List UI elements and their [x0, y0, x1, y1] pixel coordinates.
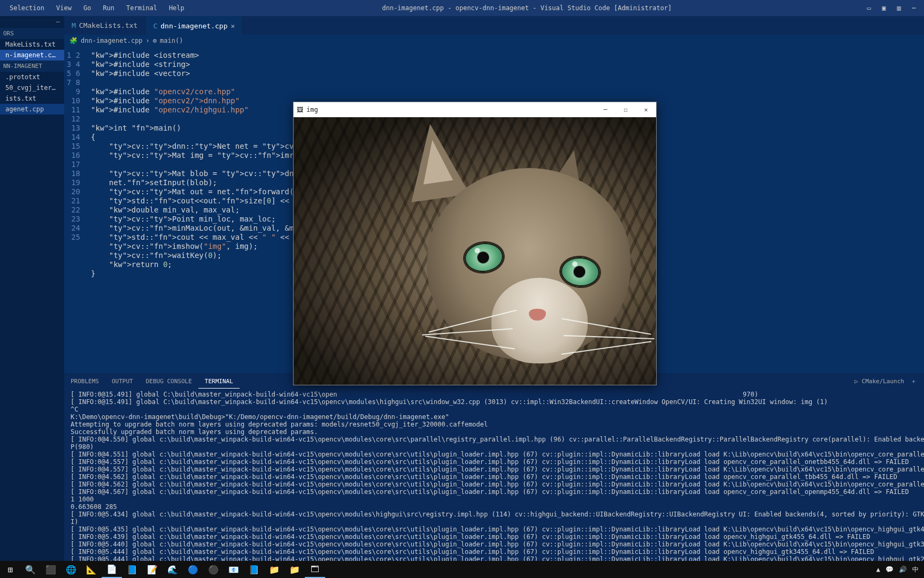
- image-window-title: img: [306, 106, 318, 113]
- tree-item[interactable]: ists.txt: [0, 93, 64, 104]
- opencv-image-window[interactable]: 🖼 img ─ ☐ ✕: [293, 102, 657, 385]
- maximize-button[interactable]: ☐: [615, 102, 636, 117]
- tree-item[interactable]: agenet.cpp: [0, 104, 64, 115]
- panel-tab-output[interactable]: OUTPUT: [105, 374, 140, 389]
- menu-help[interactable]: Help: [164, 2, 190, 14]
- editor-tab[interactable]: Cdnn-imagenet.cpp×: [145, 16, 243, 35]
- panel-tab-terminal[interactable]: TERMINAL: [198, 374, 240, 389]
- panel-icon[interactable]: ▣: [879, 4, 889, 12]
- windows-taskbar[interactable]: ⊞🔍⬛🌐📐📄📘📝🌊🔵⚫📧📘📁📁🗔 ▲💬🔊中: [0, 561, 924, 578]
- sidebar-icon[interactable]: ▥: [894, 4, 904, 12]
- menu-go[interactable]: Go: [78, 2, 96, 14]
- more-icon[interactable]: ⋯: [56, 18, 60, 26]
- menubar: SelectionViewGoRunTerminalHelp: [0, 2, 190, 14]
- cat-image: [294, 117, 656, 385]
- taskbar-app[interactable]: ⚫: [203, 561, 224, 578]
- tray-icon[interactable]: ▲: [876, 566, 880, 573]
- chevron-right-icon: ›: [146, 37, 150, 44]
- taskbar-app[interactable]: 🌊: [163, 561, 183, 578]
- titlebar[interactable]: SelectionViewGoRunTerminalHelp dnn-image…: [0, 0, 924, 16]
- breadcrumb-file[interactable]: dnn-imagenet.cpp: [81, 37, 143, 44]
- taskbar-app[interactable]: 🔍: [20, 561, 41, 578]
- system-tray[interactable]: ▲💬🔊中: [876, 565, 924, 574]
- taskbar-app[interactable]: 🔵: [183, 561, 203, 578]
- taskbar-app[interactable]: 📘: [244, 561, 264, 578]
- tab-label: dnn-imagenet.cpp: [160, 22, 227, 30]
- window-controls: ▭ ▣ ▥ ⋯: [864, 4, 924, 12]
- breadcrumb-file-icon: 🧩: [70, 37, 78, 44]
- minimize-button[interactable]: ─: [595, 102, 615, 117]
- tray-icon[interactable]: 💬: [886, 566, 894, 573]
- sidebar-section-header[interactable]: ORS: [0, 28, 64, 39]
- taskbar-app[interactable]: 🌐: [61, 561, 81, 578]
- taskbar-app[interactable]: 📁: [264, 561, 284, 578]
- tree-item[interactable]: 50_cvgj_iter_320000.caffe...: [0, 82, 64, 93]
- taskbar-app[interactable]: 📐: [81, 561, 102, 578]
- window-icon: 🖼: [297, 106, 303, 113]
- tab-bar: MCMakeLists.txtCdnn-imagenet.cpp×: [64, 16, 924, 35]
- breadcrumb[interactable]: 🧩 dnn-imagenet.cpp › ⚙ main(): [64, 35, 924, 47]
- sidebar-actions: ⋯: [0, 16, 64, 28]
- close-button[interactable]: ✕: [636, 102, 656, 117]
- tree-item[interactable]: MakeLists.txt: [0, 39, 64, 50]
- taskbar-app[interactable]: ⊞: [0, 561, 20, 578]
- image-content: [294, 117, 656, 385]
- taskbar-app[interactable]: ⬛: [41, 561, 61, 578]
- taskbar-app[interactable]: 📁: [284, 561, 305, 578]
- tree-item[interactable]: .prototxt: [0, 72, 64, 82]
- taskbar-app[interactable]: 🗔: [305, 561, 325, 578]
- layout-icon[interactable]: ▭: [864, 4, 874, 12]
- panel-tab-debug-console[interactable]: DEBUG CONSOLE: [140, 374, 198, 389]
- menu-terminal[interactable]: Terminal: [121, 2, 163, 14]
- panel-tab-problems[interactable]: PROBLEMS: [64, 374, 105, 389]
- close-icon[interactable]: ×: [230, 22, 235, 30]
- explorer-sidebar[interactable]: ⋯ ORS MakeLists.txtn-imagenet.cppNN-IMAG…: [0, 16, 64, 565]
- tree-item[interactable]: NN-IMAGENET: [0, 60, 64, 72]
- add-terminal-icon[interactable]: ＋: [911, 377, 917, 385]
- menu-run[interactable]: Run: [97, 2, 120, 14]
- menu-selection[interactable]: Selection: [4, 2, 50, 14]
- taskbar-app[interactable]: 📝: [142, 561, 163, 578]
- taskbar-app[interactable]: 📘: [122, 561, 142, 578]
- more-icon[interactable]: ⋯: [909, 4, 919, 12]
- taskbar-app[interactable]: 📧: [224, 561, 244, 578]
- editor-tab[interactable]: MCMakeLists.txt: [64, 16, 145, 35]
- file-icon: C: [153, 22, 157, 30]
- window-title: dnn-imagenet.cpp - opencv-dnn-imagenet -…: [190, 4, 864, 12]
- menu-view[interactable]: View: [51, 2, 77, 14]
- taskbar-app[interactable]: 📄: [102, 561, 122, 578]
- tree-item[interactable]: n-imagenet.cpp: [0, 50, 64, 60]
- tab-label: CMakeLists.txt: [79, 21, 138, 29]
- tray-icon[interactable]: 🔊: [899, 566, 907, 573]
- line-gutter: 1 2 3 4 5 6 7 8 9 10 11 12 13 14 15 16 1…: [64, 47, 86, 374]
- terminal-output[interactable]: [ INFO:0@15.491] global C:\build\master_…: [64, 389, 924, 565]
- terminal-profile[interactable]: ▷ CMake/Launch: [854, 378, 904, 385]
- breadcrumb-symbol[interactable]: main(): [160, 37, 183, 44]
- file-icon: M: [72, 21, 76, 29]
- breadcrumb-symbol-icon: ⚙: [153, 37, 157, 44]
- image-window-titlebar[interactable]: 🖼 img ─ ☐ ✕: [294, 102, 656, 117]
- tray-icon[interactable]: 中: [912, 565, 919, 574]
